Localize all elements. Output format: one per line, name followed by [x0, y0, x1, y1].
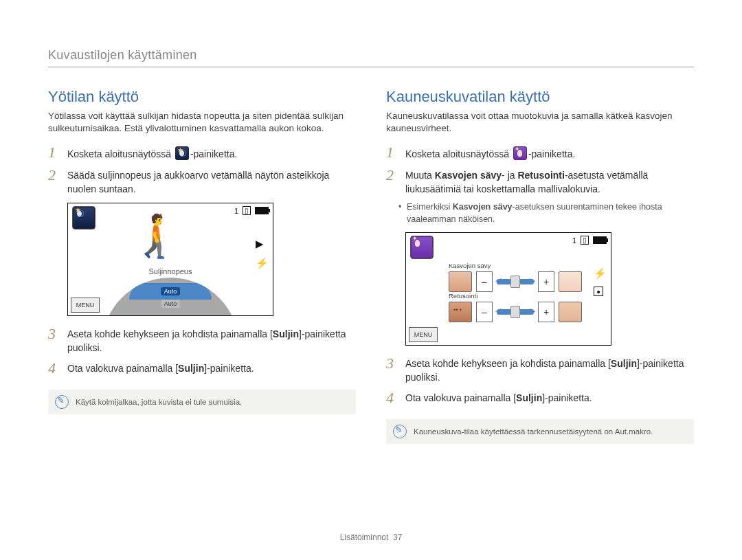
top-indicators: 1 ▯ [572, 236, 607, 245]
sample-before[interactable] [449, 271, 472, 292]
step-body: Muuta Kasvojen sävy- ja Retusointi-asetu… [405, 167, 694, 196]
step-text: Kosketa aloitusnäytössä [405, 148, 512, 159]
memory-icon: ▯ [581, 236, 589, 245]
focus-target-icon [594, 287, 603, 296]
side-icons: ⚡ [594, 267, 607, 296]
steps-beauty: 1 Kosketa aloitusnäytössä -painiketta. 2… [386, 144, 694, 196]
page-footer: Lisätoiminnot 37 [0, 533, 742, 542]
top-indicators: 1 ▯ [234, 206, 269, 215]
note-text: Kauneuskuva-tilaa käytettäessä tarkennus… [414, 427, 653, 436]
menu-button[interactable]: MENU [409, 327, 438, 342]
step-3: 3 Aseta kohde kehykseen ja kohdista pain… [48, 326, 356, 355]
step-number: 3 [48, 326, 60, 342]
note-icon [55, 395, 69, 409]
icon-flash: ⚡ [594, 267, 607, 280]
icon-recycle: ▶ [256, 238, 269, 250]
mode-badge-beauty [410, 236, 434, 259]
step-text: -painiketta. [528, 148, 575, 159]
mode-badge-night [72, 206, 95, 229]
minus-button[interactable]: – [476, 271, 493, 292]
section-title-night: Yötilan käyttö [48, 88, 356, 106]
lead-night: Yötilassa voit käyttää sulkijan hidasta … [48, 110, 356, 135]
figure-beauty-sliders: MENU 1 ▯ ⚡ Kasvojen sävy – + [405, 232, 611, 346]
step-body: Ota valokuva painamalla [Suljin]-painike… [405, 390, 592, 405]
step-4: 4 Ota valokuva painamalla [Suljin]-paini… [386, 390, 694, 406]
child-silhouette: 🚶 [128, 216, 180, 257]
step-2: 2 Säädä suljinnopeus ja aukkoarvo vetämä… [48, 167, 356, 196]
step-3: 3 Aseta kohde kehykseen ja kohdista pain… [386, 355, 694, 384]
note-box-night: Käytä kolmijalkaa, jotta kuvista ei tule… [48, 390, 356, 414]
step-number: 4 [386, 390, 398, 406]
step-body: Aseta kohde kehykseen ja kohdista painam… [67, 326, 356, 355]
battery-icon [255, 207, 269, 214]
side-icons: ▶ ⚡ [256, 238, 269, 269]
figure-night-dial: MENU 1 ▯ ▶ ⚡ 🚶 Suljinnopeus Auto Auto [67, 203, 273, 316]
step-body: Säädä suljinnopeus ja aukkoarvo vetämäll… [67, 167, 356, 196]
sample-before[interactable] [449, 302, 472, 322]
sample-after[interactable] [559, 302, 582, 322]
lead-beauty: Kauneuskuvatilassa voit ottaa muotokuvia… [386, 110, 694, 135]
minus-button[interactable]: – [476, 302, 493, 322]
camera-screen: MENU 1 ▯ ▶ ⚡ 🚶 Suljinnopeus Auto Auto [67, 203, 273, 316]
step-text: Kosketa aloitusnäytössä [67, 148, 174, 159]
step-number: 4 [48, 360, 60, 377]
column-right: Kauneuskuvatilan käyttö Kauneuskuvatilas… [386, 88, 694, 444]
note-icon [393, 425, 407, 438]
step-body: Kosketa aloitusnäytössä -painiketta. [405, 144, 575, 161]
step-text: -painiketta. [190, 148, 237, 159]
steps-night-cont: 3 Aseta kohde kehykseen ja kohdista pain… [48, 326, 356, 377]
plus-button[interactable]: + [538, 302, 554, 322]
shot-counter: 1 [234, 207, 238, 215]
night-mode-icon [175, 146, 189, 160]
step-number: 1 [386, 144, 398, 161]
note-box-beauty: Kauneuskuva-tilaa käytettäessä tarkennus… [386, 419, 694, 444]
exposure-dial[interactable]: Suljinnopeus Auto Auto Aukko [95, 267, 246, 316]
step-number: 2 [386, 167, 398, 183]
slider-face-tone[interactable]: Kasvojen sävy – + [449, 271, 582, 292]
plus-button[interactable]: + [538, 271, 554, 292]
slider-retouch[interactable]: Retusointi – + [449, 302, 582, 322]
sub-bullet: Esimerkiksi Kasvojen sävy-asetuksen suur… [386, 201, 694, 225]
memory-icon: ▯ [243, 206, 251, 215]
chapter-title: Kuvaustilojen käyttäminen [48, 48, 694, 67]
step-number: 2 [48, 167, 60, 183]
step-1: 1 Kosketa aloitusnäytössä -painiketta. [48, 144, 356, 161]
dial-label-shutter: Suljinnopeus [95, 267, 246, 276]
battery-icon [593, 236, 607, 244]
step-1: 1 Kosketa aloitusnäytössä -painiketta. [386, 144, 694, 161]
note-text: Käytä kolmijalkaa, jotta kuvista ei tule… [76, 398, 242, 406]
slider-track[interactable] [497, 309, 534, 315]
beauty-mode-icon [513, 146, 527, 160]
dial-auto-badge: Auto [161, 287, 181, 295]
icon-flash: ⚡ [256, 257, 269, 269]
section-title-beauty: Kauneuskuvatilan käyttö [386, 88, 694, 106]
two-column-layout: Yötilan käyttö Yötilassa voit käyttää su… [48, 88, 694, 444]
step-2: 2 Muuta Kasvojen sävy- ja Retusointi-ase… [386, 167, 694, 196]
slider-thumb[interactable] [510, 276, 520, 288]
step-body: Kosketa aloitusnäytössä -painiketta. [67, 144, 237, 161]
step-number: 1 [48, 144, 60, 161]
steps-night: 1 Kosketa aloitusnäytössä -painiketta. 2… [48, 144, 356, 196]
step-body: Aseta kohde kehykseen ja kohdista painam… [405, 355, 694, 384]
step-4: 4 Ota valokuva painamalla [Suljin]-paini… [48, 360, 356, 377]
camera-screen: MENU 1 ▯ ⚡ Kasvojen sävy – + [405, 232, 611, 346]
column-left: Yötilan käyttö Yötilassa voit käyttää su… [48, 88, 356, 444]
footer-section: Lisätoiminnot [340, 533, 389, 542]
steps-beauty-cont: 3 Aseta kohde kehykseen ja kohdista pain… [386, 355, 694, 406]
beauty-controls: Kasvojen sävy – + Retusointi – + [449, 271, 582, 322]
slider-thumb[interactable] [510, 306, 520, 318]
slider-label: Retusointi [449, 292, 477, 300]
sample-after[interactable] [559, 271, 582, 292]
footer-page-number: 37 [393, 533, 402, 542]
shot-counter: 1 [572, 236, 576, 245]
slider-track[interactable] [497, 279, 534, 284]
dial-auto-under: Auto [161, 300, 180, 308]
slider-label: Kasvojen sävy [449, 262, 491, 269]
step-body: Ota valokuva painamalla [Suljin]-painike… [67, 360, 254, 376]
step-number: 3 [386, 355, 398, 372]
